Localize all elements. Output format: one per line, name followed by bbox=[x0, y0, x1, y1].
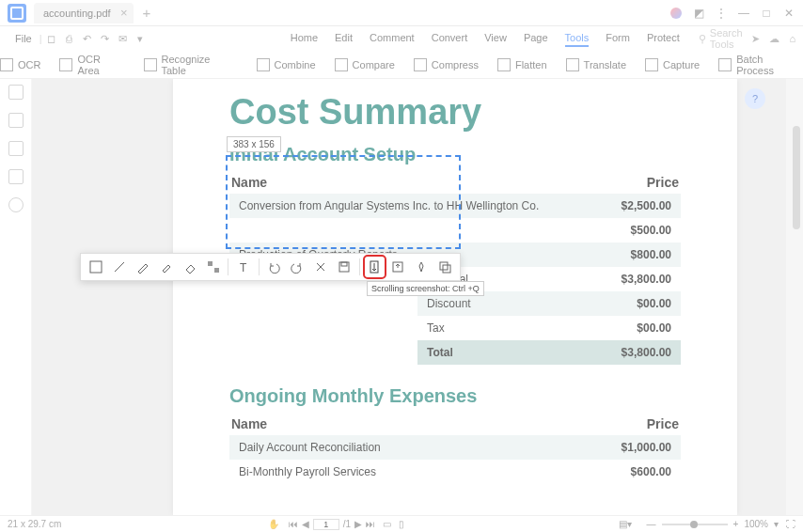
combine-button[interactable]: Combine bbox=[257, 58, 316, 71]
zoom-out-icon[interactable]: — bbox=[647, 519, 656, 529]
search-placeholder: Search Tools bbox=[710, 27, 752, 50]
ocr-button[interactable]: OCR bbox=[0, 58, 40, 71]
fullscreen-icon[interactable]: ⛶ bbox=[786, 519, 795, 529]
eraser-tool-icon[interactable] bbox=[181, 258, 198, 276]
name-header: Name bbox=[231, 416, 267, 431]
scroll-thumb[interactable] bbox=[793, 126, 800, 229]
compress-button[interactable]: Compress bbox=[414, 58, 479, 71]
thumbnails-icon[interactable] bbox=[8, 85, 24, 100]
compare-button[interactable]: Compare bbox=[335, 58, 395, 71]
document-area: ? Cost Summary Initial Account Setup Nam… bbox=[32, 79, 803, 515]
comments-icon[interactable] bbox=[8, 197, 24, 212]
price-header: Price bbox=[647, 175, 679, 190]
page-nav: ⏮ ◀ /1 ▶ ⏭ bbox=[289, 519, 375, 530]
svg-rect-3 bbox=[214, 268, 219, 273]
mail-icon[interactable]: ✉ bbox=[116, 29, 130, 48]
fit-page-icon[interactable]: ▯ bbox=[399, 519, 404, 529]
user-avatar[interactable] bbox=[666, 3, 686, 23]
save-tool-icon[interactable] bbox=[336, 258, 354, 276]
zoom-dropdown-icon[interactable]: ▾ bbox=[774, 519, 779, 529]
page-size-label: 21 x 29.7 cm bbox=[8, 519, 61, 529]
help-icon[interactable]: ? bbox=[745, 88, 765, 109]
menu-comment[interactable]: Comment bbox=[370, 30, 415, 47]
separator bbox=[259, 258, 260, 275]
table-header: Name Price bbox=[229, 413, 681, 435]
first-page-icon[interactable]: ⏮ bbox=[289, 519, 298, 529]
pencil-tool-icon[interactable] bbox=[134, 258, 151, 276]
maximize-button[interactable]: □ bbox=[756, 3, 777, 23]
svg-rect-13 bbox=[443, 265, 450, 273]
menu-edit[interactable]: Edit bbox=[335, 30, 353, 47]
hand-tool-icon[interactable]: ✋ bbox=[268, 519, 279, 529]
flatten-button[interactable]: Flatten bbox=[497, 58, 547, 71]
page-count: /1 bbox=[343, 519, 351, 529]
close-tab-icon[interactable]: × bbox=[120, 6, 128, 20]
bookmark-icon[interactable] bbox=[8, 113, 24, 128]
rectangle-tool-icon[interactable] bbox=[87, 258, 104, 276]
search-tools[interactable]: ⚲ Search Tools bbox=[699, 27, 752, 50]
layers-icon[interactable] bbox=[8, 141, 24, 156]
menu-home[interactable]: Home bbox=[291, 30, 318, 47]
batch-process-button[interactable]: Batch Process bbox=[718, 54, 803, 76]
line-tool-icon[interactable] bbox=[110, 258, 128, 276]
open-icon[interactable]: ◻ bbox=[44, 29, 58, 48]
send-icon[interactable]: ➤ bbox=[751, 33, 760, 45]
menu-tools[interactable]: Tools bbox=[565, 30, 590, 47]
zoom-slider[interactable] bbox=[662, 524, 728, 525]
svg-rect-12 bbox=[440, 262, 448, 270]
capture-button[interactable]: Capture bbox=[645, 58, 700, 71]
undo-icon[interactable]: ↶ bbox=[80, 29, 94, 48]
menu-page[interactable]: Page bbox=[524, 30, 548, 47]
minimize-button[interactable]: — bbox=[733, 3, 754, 23]
notification-icon[interactable]: ◩ bbox=[688, 3, 709, 23]
add-tab-button[interactable]: + bbox=[143, 5, 151, 21]
menu-protect[interactable]: Protect bbox=[647, 30, 680, 47]
menu-convert[interactable]: Convert bbox=[432, 30, 468, 47]
page-input[interactable] bbox=[313, 519, 339, 530]
recognize-table-button[interactable]: Recognize Table bbox=[144, 54, 238, 76]
home-icon[interactable]: ⌂ bbox=[789, 33, 795, 45]
menu-form[interactable]: Form bbox=[606, 30, 630, 47]
copy-tool-icon[interactable] bbox=[436, 258, 454, 276]
selection-size-label: 383 x 156 bbox=[227, 136, 281, 152]
svg-line-1 bbox=[115, 262, 124, 272]
prev-page-icon[interactable]: ◀ bbox=[302, 519, 309, 529]
print-icon[interactable]: ⎙ bbox=[62, 29, 76, 48]
pin-tool-icon[interactable] bbox=[413, 258, 431, 276]
file-menu[interactable]: File bbox=[8, 33, 39, 44]
svg-rect-0 bbox=[90, 261, 102, 273]
redo-icon[interactable]: ↷ bbox=[98, 29, 112, 48]
document-tab[interactable]: accounting.pdf × bbox=[34, 3, 134, 23]
view-mode-icon[interactable]: ▤▾ bbox=[619, 519, 632, 529]
highlighter-tool-icon[interactable] bbox=[157, 258, 175, 276]
total-row: Total$3,800.00 bbox=[417, 340, 681, 365]
scrollbar[interactable] bbox=[786, 79, 803, 515]
mosaic-tool-icon[interactable] bbox=[204, 258, 222, 276]
next-page-icon[interactable]: ▶ bbox=[354, 519, 362, 529]
cancel-tool-icon[interactable] bbox=[312, 258, 330, 276]
doc-title: Cost Summary bbox=[229, 92, 681, 133]
tax-row: Tax$00.00 bbox=[417, 316, 681, 340]
tools-toolbar: OCR OCR Area Recognize Table Combine Com… bbox=[0, 51, 803, 79]
dropdown-icon[interactable]: ▾ bbox=[134, 29, 148, 48]
redo-tool-icon[interactable] bbox=[289, 258, 307, 276]
undo-tool-icon[interactable] bbox=[264, 258, 282, 276]
last-page-icon[interactable]: ⏭ bbox=[366, 519, 375, 529]
zoom-in-icon[interactable]: + bbox=[733, 519, 739, 529]
translate-button[interactable]: Translate bbox=[566, 58, 626, 71]
cloud-icon[interactable]: ☁ bbox=[769, 33, 779, 45]
capture-selection[interactable]: 383 x 156 bbox=[226, 155, 461, 249]
menu-view[interactable]: View bbox=[484, 30, 507, 47]
text-tool-icon[interactable]: T bbox=[234, 258, 252, 276]
svg-rect-2 bbox=[208, 261, 213, 266]
search-icon: ⚲ bbox=[699, 33, 706, 45]
close-button[interactable]: ✕ bbox=[779, 3, 799, 23]
export-tool-icon[interactable] bbox=[389, 258, 407, 276]
attachments-icon[interactable] bbox=[8, 169, 24, 184]
svg-text:T: T bbox=[240, 261, 247, 274]
tab-label: accounting.pdf bbox=[43, 8, 111, 19]
ocr-area-button[interactable]: OCR Area bbox=[59, 54, 124, 76]
scrolling-screenshot-icon[interactable] bbox=[366, 258, 384, 276]
fit-width-icon[interactable]: ▭ bbox=[383, 519, 391, 529]
overflow-menu-icon[interactable]: ⋮ bbox=[711, 3, 732, 23]
